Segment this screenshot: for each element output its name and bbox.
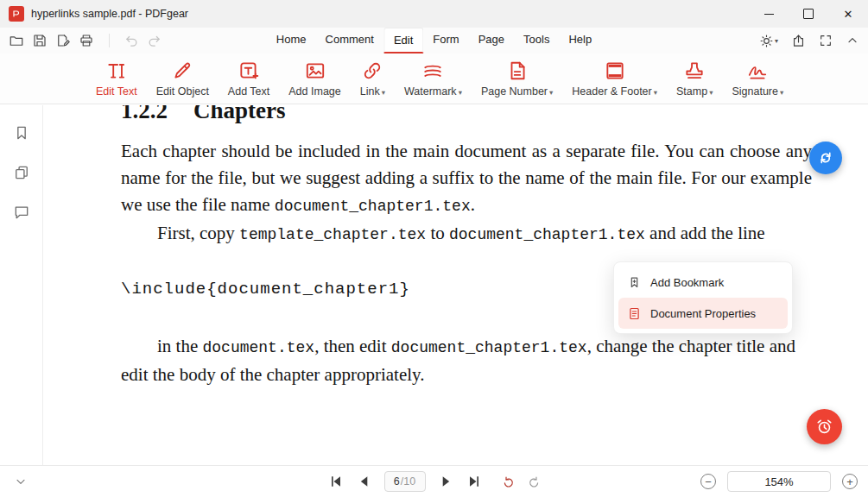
link-tool[interactable]: Link▾ <box>351 53 395 104</box>
menubar-right-icons: ▾ <box>759 34 859 48</box>
redo-button[interactable] <box>147 34 162 48</box>
tool-label: Signature▾ <box>732 85 783 98</box>
edit-object-tool[interactable]: Edit Object <box>147 53 219 104</box>
chevron-down-icon <box>14 475 28 488</box>
rotate-right-button[interactable] <box>527 475 542 489</box>
save-as-button[interactable] <box>55 33 71 48</box>
collapse-ribbon-button[interactable] <box>846 34 859 47</box>
minimize-icon <box>764 14 774 15</box>
statusbar: 6/10 − 154% + <box>0 465 868 497</box>
open-file-button[interactable] <box>9 33 24 48</box>
fullscreen-icon <box>819 34 833 47</box>
tab-form[interactable]: Form <box>423 28 468 53</box>
edit-text-tool[interactable]: Edit Text <box>86 53 147 104</box>
first-page-button[interactable] <box>327 473 345 490</box>
document-canvas[interactable]: 1.2.2Chapters Each chapter should be inc… <box>44 105 868 466</box>
menu-tabs: Home Comment Edit Form Page Tools Help <box>267 28 601 53</box>
edit-text-icon <box>105 60 128 82</box>
pdfgear-window: hyperlinks sample.pdf - PDFgear ✕ Home C… <box>0 0 868 497</box>
fullscreen-button[interactable] <box>819 34 833 47</box>
tool-label: Add Image <box>288 85 340 98</box>
tool-label: Link▾ <box>360 85 385 98</box>
toolbar-divider <box>109 34 110 47</box>
watermark-icon <box>421 60 444 82</box>
chevron-down-icon: ▾ <box>549 88 553 97</box>
next-page-icon <box>437 473 454 490</box>
next-page-button[interactable] <box>437 473 454 490</box>
pages-icon <box>13 164 30 181</box>
stamp-icon <box>683 60 706 82</box>
last-page-button[interactable] <box>466 473 483 490</box>
paragraph-1: Each chapter should be included in the m… <box>121 138 812 220</box>
share-button[interactable] <box>791 34 806 48</box>
tool-label: Stamp▾ <box>676 85 713 98</box>
zoom-in-button[interactable]: + <box>842 474 858 489</box>
add-text-tool[interactable]: Add Text <box>219 53 279 104</box>
paragraph-2: First, copy template_chapter.tex to docu… <box>121 220 812 248</box>
comment-icon <box>13 204 30 221</box>
previous-page-icon <box>356 473 373 490</box>
tab-home[interactable]: Home <box>267 28 316 53</box>
context-menu-item-document-properties[interactable]: Document Properties <box>618 298 788 329</box>
chevron-down-icon: ▾ <box>775 37 778 45</box>
tab-help[interactable]: Help <box>559 28 601 53</box>
edit-object-icon <box>171 60 193 82</box>
add-image-tool[interactable]: Add Image <box>279 53 350 104</box>
section-title: Chapters <box>193 105 286 123</box>
paragraph-3: in the document.tex, then edit document_… <box>121 333 812 388</box>
page-number-tool[interactable]: Page Number▾ <box>472 53 562 104</box>
tool-label: Watermark▾ <box>404 85 462 98</box>
section-number: 1.2.2 <box>121 105 168 123</box>
edit-ribbon: Edit Text Edit Object Add Text Add Image… <box>0 53 868 104</box>
watermark-tool[interactable]: Watermark▾ <box>395 53 472 104</box>
page-navigation: 6/10 <box>327 471 542 492</box>
tab-edit[interactable]: Edit <box>383 28 423 53</box>
chevron-down-icon: ▾ <box>459 88 462 97</box>
comments-panel-button[interactable] <box>13 204 30 221</box>
maximize-icon <box>803 9 814 19</box>
sidebar-collapse-button[interactable] <box>14 475 28 488</box>
titlebar: hyperlinks sample.pdf - PDFgear ✕ <box>0 0 868 28</box>
save-button[interactable] <box>32 33 48 48</box>
theme-button[interactable]: ▾ <box>759 34 778 48</box>
promo-fab-button[interactable] <box>807 409 842 444</box>
section-heading: 1.2.2Chapters <box>121 105 812 124</box>
signature-tool[interactable]: Signature▾ <box>722 53 793 104</box>
context-menu-item-add-bookmark[interactable]: Add Bookmark <box>618 267 788 298</box>
print-button[interactable] <box>79 33 94 48</box>
convert-fab-button[interactable] <box>809 142 842 174</box>
pdfgear-logo-icon <box>9 6 24 22</box>
link-icon <box>361 60 383 82</box>
context-menu: Add Bookmark Document Properties <box>613 261 793 334</box>
signature-icon <box>746 60 769 82</box>
quick-access-toolbar <box>9 33 162 48</box>
undo-button[interactable] <box>124 34 139 48</box>
header-footer-tool[interactable]: Header & Footer▾ <box>562 53 667 104</box>
add-bookmark-icon <box>627 275 642 290</box>
previous-page-button[interactable] <box>356 473 373 490</box>
tab-tools[interactable]: Tools <box>514 28 559 53</box>
share-icon <box>791 34 806 48</box>
bookmarks-panel-button[interactable] <box>13 124 30 142</box>
stamp-tool[interactable]: Stamp▾ <box>667 53 722 104</box>
sun-icon <box>759 34 774 48</box>
menubar: Home Comment Edit Form Page Tools Help ▾ <box>0 28 868 53</box>
zoom-level[interactable]: 154% <box>727 471 831 492</box>
tool-label: Edit Object <box>156 85 209 98</box>
tab-comment[interactable]: Comment <box>316 28 383 53</box>
tool-label: Edit Text <box>96 85 137 98</box>
minimize-button[interactable] <box>749 0 789 28</box>
close-button[interactable]: ✕ <box>828 0 868 28</box>
context-menu-item-label: Add Bookmark <box>650 276 724 289</box>
tool-label: Add Text <box>228 85 269 98</box>
page-number-input[interactable]: 6/10 <box>384 471 426 492</box>
current-page: 6 <box>394 475 400 488</box>
total-pages: /10 <box>401 475 415 488</box>
rotate-left-button[interactable] <box>501 475 516 489</box>
zoom-out-button[interactable]: − <box>700 474 716 489</box>
tab-page[interactable]: Page <box>469 28 514 53</box>
thumbnails-panel-button[interactable] <box>13 164 30 181</box>
tool-label: Page Number▾ <box>481 85 553 98</box>
maximize-button[interactable] <box>789 0 828 28</box>
context-menu-item-label: Document Properties <box>650 307 756 320</box>
